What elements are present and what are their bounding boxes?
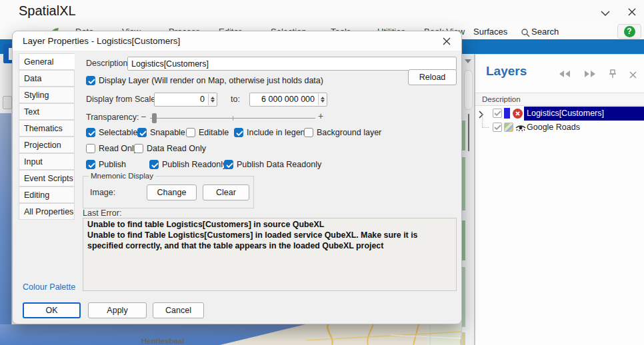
scale-to-input[interactable]: 6 000 000 000	[249, 93, 327, 107]
publish-checkbox[interactable]: Publish	[86, 159, 126, 170]
layer-row-google-roads[interactable]: Google Roads	[475, 121, 644, 135]
spinner-buttons[interactable]	[318, 94, 327, 105]
checkbox-box	[86, 76, 95, 85]
tab-text[interactable]: Text	[19, 103, 75, 120]
tab-general[interactable]: General	[19, 53, 75, 70]
map-vegetation-fragment	[462, 267, 465, 327]
colour-palette-link[interactable]: Colour Palette	[23, 282, 75, 292]
checkbox-box	[86, 160, 95, 169]
dialog-title-bar: Layer Properties - Logistics[Customers]	[13, 31, 461, 51]
transparency-plus[interactable]: +	[318, 111, 323, 121]
map-vegetation-fragment	[462, 121, 465, 151]
layer-label[interactable]: Logistics[Customers]	[524, 107, 644, 121]
layer-label[interactable]: Google Roads	[527, 121, 580, 135]
layers-panel: Layers Description Logistics[Customers	[475, 54, 644, 345]
checkbox-box	[86, 144, 95, 153]
checkbox-box	[186, 128, 195, 137]
selectable-checkbox[interactable]: Selectable	[86, 127, 137, 138]
scale-from-input[interactable]: 0	[154, 93, 217, 107]
dialog-close-button[interactable]	[440, 35, 453, 48]
tab-styling[interactable]: Styling	[19, 87, 75, 103]
tab-editing[interactable]: Editing	[19, 186, 75, 203]
background-layer-checkbox[interactable]: Background layer	[304, 127, 381, 138]
editable-checkbox[interactable]: Editable	[186, 127, 229, 138]
spinner-buttons[interactable]	[208, 94, 217, 105]
ok-button[interactable]: OK	[23, 302, 81, 318]
pin-icon	[609, 69, 617, 81]
left-button-fragment[interactable]	[3, 96, 12, 109]
collapse-window-button[interactable]	[598, 6, 613, 19]
data-read-only-checkbox[interactable]: Data Read Only	[134, 143, 206, 154]
read-only-checkbox[interactable]: Read Only	[86, 143, 138, 154]
close-icon	[443, 36, 451, 48]
tab-event-scripts[interactable]: Event Scripts	[19, 170, 75, 186]
pin-panel-button[interactable]	[605, 69, 621, 81]
clear-image-button[interactable]: Clear	[203, 184, 249, 200]
cancel-button[interactable]: Cancel	[153, 302, 204, 318]
layer-visibility-checkbox[interactable]	[493, 109, 502, 118]
chevron-down-icon	[601, 7, 610, 19]
checkbox-box	[224, 160, 233, 169]
search-button[interactable]: Search	[531, 27, 559, 37]
scale-label: Display from Scale:	[86, 95, 158, 104]
map-layer-icon	[504, 123, 513, 132]
image-label: Image:	[90, 188, 115, 197]
checkbox-box	[149, 160, 159, 169]
layers-panel-title: Layers	[486, 64, 527, 79]
last-error-text: Unable to find table Logistics[Customers…	[83, 218, 457, 291]
transparency-slider-handle[interactable]	[152, 113, 157, 123]
description-label: Description:	[86, 59, 130, 68]
splitter-dropdown-icon[interactable]	[465, 59, 471, 63]
description-input[interactable]	[127, 57, 457, 71]
mnemonic-display-group: Mnemonic Display Image: Change Clear	[83, 176, 254, 208]
splitter-drag-handle[interactable]	[468, 114, 469, 151]
publish-readonly-checkbox[interactable]: Publish Readonly	[149, 159, 227, 170]
close-icon	[628, 7, 636, 19]
display-layer-checkbox[interactable]: Display Layer (Will render on Map, other…	[86, 75, 323, 86]
map-land-fragment	[462, 332, 465, 345]
layer-visibility-checkbox[interactable]	[493, 123, 502, 132]
apply-button[interactable]: Apply	[88, 302, 147, 318]
publish-data-readonly-checkbox[interactable]: Publish Data Readonly	[224, 159, 321, 170]
help-button[interactable]: ?	[617, 24, 641, 39]
menu-item-surfaces[interactable]: Surfaces	[473, 27, 507, 37]
tab-thematics[interactable]: Thematics	[19, 120, 75, 137]
scale-to-label: to:	[231, 95, 240, 104]
include-in-legend-checkbox[interactable]: Include in legend	[234, 127, 310, 138]
change-image-button[interactable]: Change	[147, 184, 197, 200]
layer-row-logistics[interactable]: Logistics[Customers]	[475, 107, 644, 121]
move-first-button[interactable]	[557, 69, 573, 81]
splitter-scroll-fragment	[464, 70, 473, 110]
dialog-title: Layer Properties - Logistics[Customers]	[23, 31, 180, 51]
layers-column-header[interactable]: Description	[475, 93, 644, 106]
tab-all-properties[interactable]: All Properties	[19, 203, 75, 220]
reload-button[interactable]: Reload	[408, 69, 457, 85]
last-error-label: Last Error:	[83, 208, 121, 218]
double-chevron-left-icon	[558, 69, 571, 81]
close-panel-button[interactable]	[625, 69, 641, 81]
close-window-button[interactable]	[625, 6, 639, 19]
checkbox-box	[304, 128, 313, 137]
transparency-label: Transparency:	[86, 113, 139, 122]
help-icon: ?	[624, 26, 635, 37]
layer-color-swatch	[504, 108, 510, 119]
move-last-button[interactable]	[582, 69, 598, 81]
tab-data[interactable]: Data	[19, 70, 75, 87]
display-layer-label: Display Layer (Will render on Map, other…	[99, 76, 323, 85]
map-canvas[interactable]: Hentiesbaai	[0, 324, 475, 345]
tab-input-transform[interactable]: Input Transform	[19, 153, 75, 170]
search-icon	[521, 28, 530, 39]
title-bar: SpatialXL	[0, 0, 644, 24]
layer-properties-dialog: Layer Properties - Logistics[Customers] …	[12, 31, 462, 324]
transparency-minus[interactable]: −	[141, 111, 146, 122]
snapable-checkbox[interactable]: Snapable	[137, 127, 185, 138]
map-place-label: Hentiesbaai	[141, 337, 185, 345]
app-title: SpatialXL	[19, 3, 76, 19]
eye-icon	[515, 123, 526, 135]
double-chevron-right-icon	[583, 69, 597, 81]
map-vegetation-fragment	[462, 157, 465, 210]
checkbox-box	[234, 128, 243, 137]
map-vegetation-fragment	[462, 220, 465, 260]
tab-projection[interactable]: Projection	[19, 137, 75, 153]
panel-splitter	[461, 54, 475, 345]
